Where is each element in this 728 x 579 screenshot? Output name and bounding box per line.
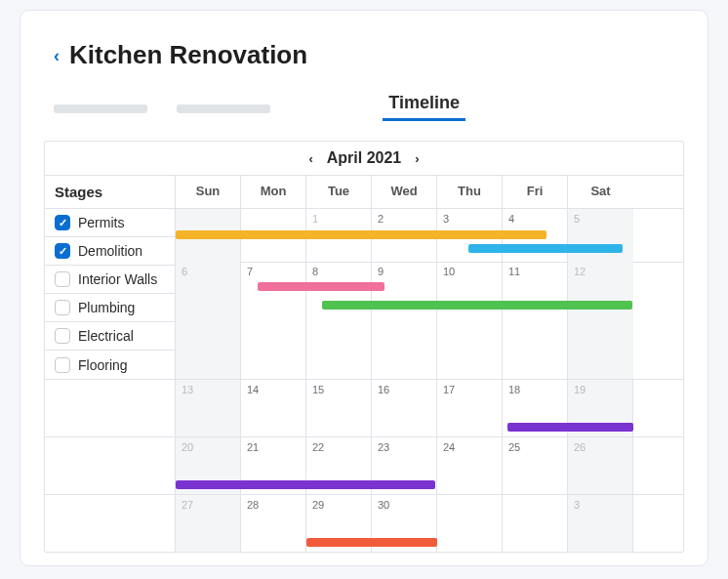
- cal-cell: 5: [568, 209, 633, 262]
- stage-checkbox-permits[interactable]: ✓: [55, 215, 70, 230]
- date-num: 3: [574, 499, 580, 511]
- cal-cell: 25: [503, 437, 568, 494]
- date-num: 15: [312, 384, 324, 395]
- date-num: 20: [182, 441, 193, 453]
- date-num: 27: [182, 499, 193, 511]
- tab-timeline-label: Timeline: [388, 93, 460, 112]
- cal-cell: [503, 495, 568, 552]
- gantt-bar-flooring[interactable]: [306, 538, 437, 547]
- column-headers: Stages Sun Mon Tue Wed Thu Fri Sat: [45, 176, 683, 209]
- tab-active-indicator: [383, 118, 465, 121]
- date-num: 2: [378, 213, 384, 225]
- stage-checkbox-flooring[interactable]: [55, 357, 70, 373]
- calendar-row-spacer: [45, 380, 176, 436]
- month-prev-button[interactable]: ‹: [308, 151, 312, 166]
- stage-item-plumbing[interactable]: Plumbing: [45, 294, 175, 322]
- date-num: 14: [247, 384, 259, 395]
- tab-placeholder-2[interactable]: [177, 104, 270, 113]
- cal-cell: 8: [306, 262, 372, 379]
- date-num: 28: [247, 499, 259, 511]
- calendar-weeks: 13 14 15 16 17 18 19 20 21 22 23 24 25 2…: [45, 380, 683, 552]
- date-num: 1: [312, 213, 318, 225]
- stage-label: Interior Walls: [78, 271, 157, 287]
- cal-cell: 14: [241, 380, 306, 436]
- stage-item-electrical[interactable]: Electrical: [45, 322, 175, 351]
- date-num: 9: [378, 266, 384, 277]
- tab-placeholder-1[interactable]: [54, 104, 147, 113]
- stage-item-interior-walls[interactable]: Interior Walls: [45, 266, 175, 294]
- cal-cell: 9: [372, 262, 437, 379]
- gantt-bar-permits[interactable]: [176, 230, 546, 239]
- stage-item-permits[interactable]: ✓ Permits: [45, 209, 175, 237]
- day-head-mon: Mon: [241, 176, 306, 208]
- day-head-sat: Sat: [568, 176, 633, 208]
- cal-cell: 10: [437, 262, 503, 379]
- calendar-row-spacer: [45, 495, 176, 552]
- cal-cell: 11: [503, 262, 568, 379]
- header: ‹ Kitchen Renovation: [44, 40, 684, 70]
- calendar-week-row: 27 28 29 30 3: [45, 494, 683, 552]
- day-head-sun: Sun: [176, 176, 241, 208]
- cal-cell: 7: [241, 262, 306, 379]
- stage-checkbox-electrical[interactable]: [55, 328, 70, 344]
- stage-checkbox-plumbing[interactable]: [55, 300, 70, 315]
- gantt-bar-interior-walls[interactable]: [258, 282, 384, 291]
- stage-item-flooring[interactable]: Flooring: [45, 351, 175, 379]
- date-num: 8: [312, 266, 318, 277]
- stage-label: Demolition: [78, 243, 142, 259]
- date-num: 16: [378, 384, 389, 395]
- date-num: 26: [574, 441, 586, 453]
- date-num: 7: [247, 266, 253, 277]
- day-head-thu: Thu: [437, 176, 503, 208]
- month-label: April 2021: [327, 149, 401, 167]
- cal-cell: 12: [568, 262, 633, 379]
- stage-week-row-2: 6 7 8 9 10 11 12: [176, 262, 683, 379]
- stage-label: Permits: [78, 215, 124, 230]
- day-head-wed: Wed: [372, 176, 437, 208]
- date-num: 10: [443, 266, 455, 277]
- cal-cell: [437, 495, 503, 552]
- cal-cell: 17: [437, 380, 503, 436]
- stage-label: Flooring: [78, 357, 128, 373]
- cal-cell: 24: [437, 437, 503, 494]
- date-num: 24: [443, 441, 455, 453]
- stage-label: Plumbing: [78, 300, 135, 315]
- cal-cell: 16: [372, 380, 437, 436]
- page-title: Kitchen Renovation: [69, 40, 307, 70]
- cal-cell: 26: [568, 437, 633, 494]
- stage-checkbox-interior-walls[interactable]: [55, 271, 70, 287]
- stages-header: Stages: [45, 176, 176, 208]
- date-num: 21: [247, 441, 259, 453]
- month-next-button[interactable]: ›: [415, 151, 419, 166]
- date-num: 3: [443, 213, 449, 225]
- date-num: 6: [182, 266, 187, 277]
- stage-item-demolition[interactable]: ✓ Demolition: [45, 237, 175, 266]
- calendar-row-spacer: [45, 437, 176, 494]
- month-switcher: ‹ April 2021 ›: [45, 142, 683, 176]
- gantt-bar-electrical-1[interactable]: [507, 423, 633, 432]
- stage-checkbox-demolition[interactable]: ✓: [55, 243, 70, 259]
- date-num: 30: [378, 499, 389, 511]
- day-head-tue: Tue: [306, 176, 372, 208]
- gantt-bar-plumbing[interactable]: [322, 301, 632, 310]
- project-card: ‹ Kitchen Renovation Timeline ‹ April 20…: [20, 10, 708, 566]
- day-head-fri: Fri: [503, 176, 568, 208]
- cal-cell: 13: [176, 380, 241, 436]
- cal-cell: 3: [568, 495, 633, 552]
- cal-cell: 28: [241, 495, 306, 552]
- gantt-bar-electrical-2[interactable]: [176, 480, 435, 489]
- stage-list: ✓ Permits ✓ Demolition Interior Walls Pl…: [45, 209, 176, 379]
- cal-cell: 27: [176, 495, 241, 552]
- back-icon[interactable]: ‹: [54, 47, 60, 64]
- tab-timeline[interactable]: Timeline: [388, 93, 460, 119]
- date-num: 13: [182, 384, 193, 395]
- calendar-week-row: 13 14 15 16 17 18 19: [45, 380, 683, 436]
- date-num: 11: [508, 266, 520, 277]
- date-num: 4: [508, 213, 514, 225]
- date-num: 29: [312, 499, 324, 511]
- date-num: 5: [574, 213, 580, 225]
- stage-calendar-backdrop: 1 2 3 4 5 6 7 8 9 10: [176, 209, 683, 379]
- stage-area: ✓ Permits ✓ Demolition Interior Walls Pl…: [45, 209, 683, 380]
- gantt-bar-demolition[interactable]: [468, 244, 623, 253]
- calendar-week-row: 20 21 22 23 24 25 26: [45, 436, 683, 494]
